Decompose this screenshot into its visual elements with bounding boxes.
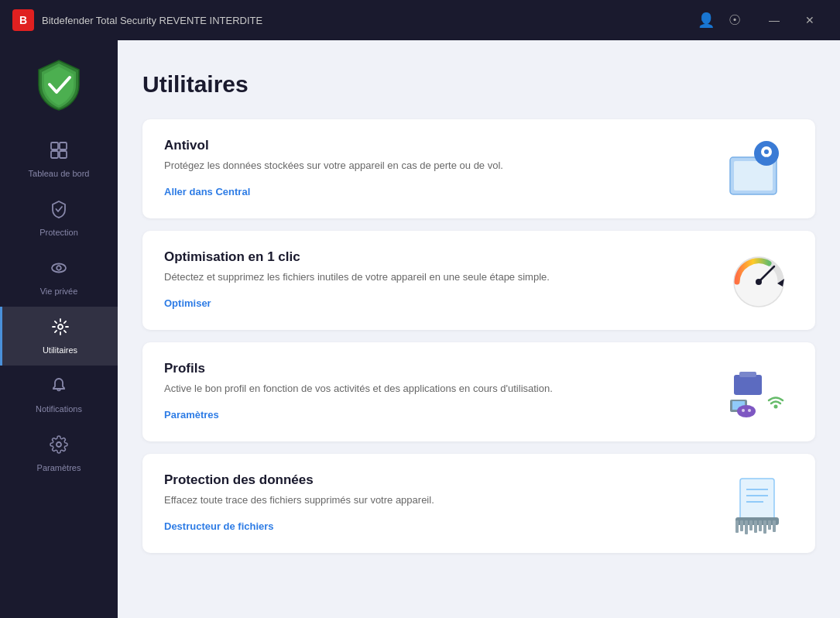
svg-rect-0 — [51, 142, 58, 149]
svg-rect-37 — [763, 520, 766, 534]
protection-icon — [50, 200, 68, 223]
card-profils-title: Profils — [164, 361, 708, 376]
svg-point-21 — [737, 405, 756, 417]
utilities-icon — [51, 318, 70, 341]
svg-point-7 — [57, 442, 61, 447]
svg-rect-36 — [759, 520, 762, 531]
card-profils-content: Profils Active le bon profil en fonction… — [164, 361, 708, 421]
card-profils-desc: Active le bon profil en fonction de vos … — [164, 381, 691, 397]
user-icon[interactable]: 👤 — [698, 12, 715, 29]
svg-point-4 — [52, 264, 66, 273]
main-layout: Tableau de bord Protection — [0, 40, 840, 618]
sidebar-item-protection[interactable]: Protection — [0, 189, 118, 248]
sidebar-item-label: Notifications — [36, 404, 82, 414]
card-optimisation-image — [724, 249, 794, 311]
card-protection-donnees: Protection des données Effacez toute tra… — [142, 454, 815, 553]
card-antivol: Antivol Protégez les données stockées su… — [142, 119, 815, 218]
svg-rect-1 — [60, 142, 67, 149]
svg-point-22 — [742, 409, 745, 412]
svg-rect-39 — [773, 520, 776, 532]
card-profils-link[interactable]: Paramètres — [164, 409, 219, 421]
card-profils-image — [724, 361, 794, 423]
svg-rect-3 — [60, 151, 67, 158]
minimize-button[interactable]: — — [756, 8, 792, 33]
sidebar: Tableau de bord Protection — [0, 40, 118, 618]
sidebar-item-tableau-de-bord[interactable]: Tableau de bord — [0, 130, 118, 189]
svg-rect-32 — [740, 520, 743, 531]
card-protection-donnees-desc: Effacez toute trace des fichiers supprim… — [164, 493, 691, 508]
card-protection-donnees-link[interactable]: Destructeur de fichiers — [164, 520, 274, 532]
card-profils: Profils Active le bon profil en fonction… — [142, 342, 815, 441]
svg-point-5 — [57, 266, 61, 270]
page-title: Utilitaires — [142, 71, 815, 98]
svg-rect-33 — [745, 520, 748, 534]
sidebar-item-label: Vie privée — [40, 287, 78, 296]
sidebar-item-label: Utilitaires — [43, 345, 77, 355]
sidebar-item-parametres[interactable]: Paramètres — [0, 424, 118, 483]
svg-rect-35 — [754, 520, 757, 533]
svg-rect-2 — [51, 151, 58, 158]
card-antivol-title: Antivol — [164, 138, 708, 153]
titlebar: B Bitdefender Total Security REVENTE INT… — [0, 0, 840, 40]
titlebar-icons: 👤 ☉ — [698, 12, 741, 29]
sidebar-item-label: Paramètres — [37, 463, 81, 472]
app-logo: B — [12, 9, 34, 31]
sidebar-item-notifications[interactable]: Notifications — [0, 366, 118, 424]
close-button[interactable]: ✕ — [792, 8, 828, 33]
sidebar-item-vie-privee[interactable]: Vie privée — [0, 248, 118, 307]
dashboard-icon — [50, 141, 68, 164]
card-optimisation-content: Optimisation en 1 clic Détectez et suppr… — [164, 249, 708, 310]
card-antivol-content: Antivol Protégez les données stockées su… — [164, 138, 708, 198]
card-protection-donnees-content: Protection des données Effacez toute tra… — [164, 472, 708, 533]
svg-rect-34 — [749, 520, 753, 530]
sidebar-logo — [31, 56, 87, 115]
card-antivol-link[interactable]: Aller dans Central — [164, 186, 250, 197]
bell-icon — [50, 376, 68, 400]
svg-point-23 — [748, 409, 751, 412]
svg-rect-25 — [740, 479, 774, 520]
content-area: Utilitaires Antivol Protégez les données… — [118, 40, 840, 618]
sidebar-nav: Tableau de bord Protection — [0, 130, 118, 618]
svg-point-16 — [756, 279, 762, 285]
window-controls: — ✕ — [756, 8, 828, 33]
sidebar-item-label: Protection — [39, 228, 78, 237]
help-icon[interactable]: ☉ — [729, 12, 741, 29]
card-optimisation-desc: Détectez et supprimez les fichiers inuti… — [164, 270, 691, 285]
shield-logo-icon — [31, 56, 87, 112]
card-antivol-desc: Protégez les données stockées sur votre … — [164, 158, 691, 173]
svg-point-6 — [58, 324, 63, 329]
card-protection-donnees-title: Protection des données — [164, 472, 708, 488]
settings-icon — [50, 435, 68, 458]
card-antivol-image — [724, 138, 794, 200]
svg-rect-38 — [768, 520, 771, 530]
svg-rect-31 — [735, 520, 739, 533]
svg-point-24 — [773, 405, 777, 409]
card-optimisation-title: Optimisation en 1 clic — [164, 249, 708, 265]
svg-rect-18 — [739, 372, 756, 377]
sidebar-item-label: Tableau de bord — [29, 169, 90, 178]
app-title: Bitdefender Total Security REVENTE INTER… — [42, 15, 690, 26]
svg-rect-17 — [734, 375, 762, 395]
card-optimisation-link[interactable]: Optimiser — [164, 297, 211, 309]
sidebar-item-utilitaires[interactable]: Utilitaires — [0, 307, 118, 366]
eye-icon — [50, 259, 68, 282]
card-protection-donnees-image — [724, 472, 794, 534]
svg-point-13 — [764, 149, 769, 154]
card-optimisation: Optimisation en 1 clic Détectez et suppr… — [142, 231, 815, 330]
